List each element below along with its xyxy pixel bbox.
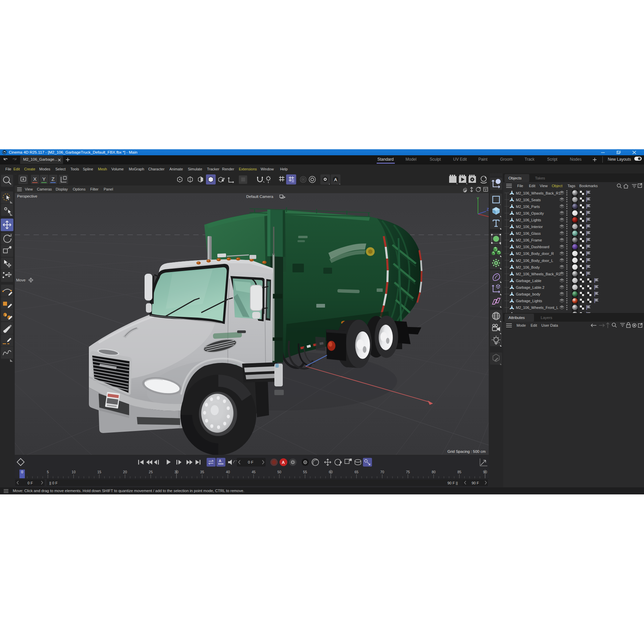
svg-text:File: File <box>517 184 523 188</box>
svg-text:Y: Y <box>477 197 479 201</box>
svg-text:90 F: 90 F <box>472 481 479 485</box>
svg-text:15: 15 <box>97 470 101 474</box>
svg-text:Bookmarks: Bookmarks <box>579 184 598 188</box>
svg-text:0: 0 <box>21 470 23 474</box>
svg-text:Edit: Edit <box>529 184 535 188</box>
svg-text:Garbage_body: Garbage_body <box>516 292 540 296</box>
svg-text:M2_106_Opacity: M2_106_Opacity <box>516 211 544 215</box>
svg-text:50: 50 <box>277 470 281 474</box>
svg-text:M2_106_Seats: M2_106_Seats <box>516 198 541 202</box>
svg-text:70: 70 <box>380 470 384 474</box>
svg-text:M2_106_Wheels_Back_R2: M2_106_Wheels_Back_R2 <box>516 272 560 276</box>
svg-text:|| 0 F: || 0 F <box>49 481 58 485</box>
svg-text:Object: Object <box>552 184 562 188</box>
svg-text:85: 85 <box>458 470 462 474</box>
svg-text:10: 10 <box>72 470 76 474</box>
svg-text:M2_106_Wheels_Front_L: M2_106_Wheels_Front_L <box>516 306 558 310</box>
svg-text:20: 20 <box>123 470 127 474</box>
svg-text:55: 55 <box>303 470 307 474</box>
svg-text:X: X <box>33 176 37 182</box>
svg-text:M2_106_Parts: M2_106_Parts <box>516 205 540 209</box>
svg-text:Tags: Tags <box>568 184 576 188</box>
svg-text:User Data: User Data <box>541 323 558 327</box>
svg-text:Z: Z <box>51 176 54 182</box>
svg-text:0 F: 0 F <box>28 481 33 485</box>
svg-text:A: A <box>219 459 221 463</box>
svg-text:Garbage_Lable: Garbage_Lable <box>516 279 541 283</box>
svg-text:0 F: 0 F <box>248 460 254 464</box>
svg-text:A: A <box>334 177 337 182</box>
svg-text:M2_106_Lights: M2_106_Lights <box>516 218 541 222</box>
svg-text:Attributes: Attributes <box>508 316 525 320</box>
svg-text:75: 75 <box>406 470 410 474</box>
svg-text:M2_106_Body_door_L: M2_106_Body_door_L <box>516 259 553 263</box>
svg-text:5: 5 <box>47 470 49 474</box>
svg-text:Move: Move <box>16 278 25 282</box>
svg-text:Y: Y <box>42 176 46 182</box>
svg-text:M2_106_Glass: M2_106_Glass <box>516 231 541 235</box>
svg-text:Perspective: Perspective <box>17 194 37 198</box>
svg-text:Edit: Edit <box>531 323 537 327</box>
svg-text:80: 80 <box>432 470 436 474</box>
svg-text:Takes: Takes <box>535 176 545 180</box>
svg-text:Layers: Layers <box>541 316 552 320</box>
svg-text:Garbage_Lights: Garbage_Lights <box>516 299 542 303</box>
svg-text:A: A <box>282 460 285 465</box>
svg-text:M2_106_Frame: M2_106_Frame <box>516 238 542 242</box>
svg-text:90 F ||: 90 F || <box>447 481 458 485</box>
svg-text:Default Camera: Default Camera <box>246 195 273 199</box>
svg-text:M2_106_Interior: M2_106_Interior <box>516 225 543 229</box>
svg-text:Grid Spacing : 500 cm: Grid Spacing : 500 cm <box>447 449 486 453</box>
svg-text:45: 45 <box>252 470 256 474</box>
svg-text:Garbage_Lable.2: Garbage_Lable.2 <box>516 285 544 289</box>
svg-text:25: 25 <box>149 470 153 474</box>
svg-text:View: View <box>540 184 548 188</box>
svg-text:Mode: Mode <box>517 323 526 327</box>
svg-text:M2_106_Body: M2_106_Body <box>516 265 540 269</box>
svg-text:M2_106_Body_door_R: M2_106_Body_door_R <box>516 252 554 256</box>
svg-text:Z: Z <box>487 207 489 211</box>
svg-text:M2_106_Dashboard: M2_106_Dashboard <box>516 245 549 249</box>
svg-text:40: 40 <box>226 470 230 474</box>
svg-text:Objects: Objects <box>508 176 522 180</box>
svg-text:35: 35 <box>200 470 204 474</box>
svg-text:65: 65 <box>355 470 359 474</box>
svg-text:M2_106_Wheels_Back_R1: M2_106_Wheels_Back_R1 <box>516 191 560 195</box>
